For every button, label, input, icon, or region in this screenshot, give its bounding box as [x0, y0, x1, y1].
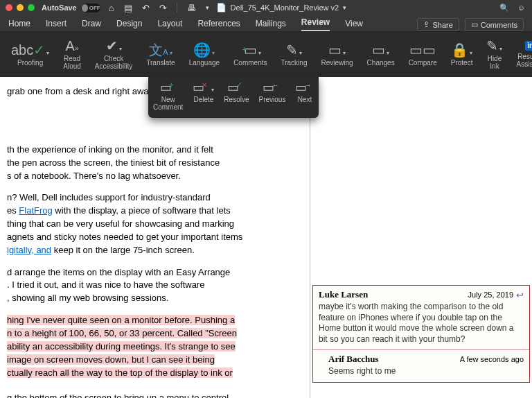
- submenu-resolve[interactable]: ▭✓ Resolve: [219, 80, 254, 105]
- reply-icon[interactable]: ↩: [516, 290, 524, 300]
- ribbon-read-aloud[interactable]: A» Read Aloud: [56, 32, 88, 77]
- save-icon[interactable]: ▤: [124, 3, 132, 13]
- spellcheck-icon: abc✓▾: [11, 43, 49, 57]
- ribbon-compare[interactable]: ▭▭ Compare: [402, 32, 444, 77]
- tab-mailings[interactable]: Mailings: [256, 19, 286, 31]
- share-label: Share: [432, 21, 452, 29]
- autosave-state: OFF: [89, 5, 100, 11]
- submenu-label: Delete: [193, 96, 213, 103]
- tab-view[interactable]: View: [345, 19, 363, 31]
- comments-panel-button[interactable]: ▭ Comments: [465, 18, 524, 31]
- submenu-label: New Comment: [153, 96, 183, 111]
- ribbon-hide-ink[interactable]: ✎▾ Hide Ink: [479, 32, 509, 77]
- ribbon-label: Resume Assistant: [516, 53, 532, 68]
- document-text: g the bottom of the screen to bring up a…: [7, 392, 303, 398]
- comment-item[interactable]: Luke Larsen July 25, 2019 ↩ maybe it's w…: [313, 286, 529, 350]
- resolve-comment-icon: ▭✓: [227, 81, 245, 94]
- traffic-lights: [6, 4, 35, 11]
- ribbon-language[interactable]: 🌐▾ Language: [182, 32, 227, 77]
- ribbon-label: Tracking: [281, 59, 307, 67]
- ribbon-label: Reviewing: [321, 59, 353, 67]
- switch-knob: [82, 4, 88, 12]
- ribbon-translate[interactable]: 文A▾ Translate: [139, 32, 181, 77]
- document-icon: 📄: [216, 3, 227, 12]
- autosave-switch[interactable]: OFF: [81, 3, 100, 12]
- previous-comment-icon: ▭←: [263, 81, 281, 94]
- ribbon-label: Protect: [451, 59, 473, 67]
- submenu-previous[interactable]: ▭← Previous: [254, 80, 291, 105]
- comment-body: Seems right to me: [328, 366, 524, 377]
- document-page[interactable]: grab one from a desk and right awa th th…: [0, 77, 310, 398]
- next-comment-icon: ▭→: [295, 81, 314, 94]
- ribbon-accessibility[interactable]: ✔▾ Check Accessibility: [88, 32, 139, 77]
- ribbon-reviewing[interactable]: ▭▾ Reviewing: [314, 32, 360, 77]
- close-window-button[interactable]: [6, 4, 12, 11]
- ribbon-label: Proofing: [17, 59, 43, 67]
- tabs-right-actions: ⇪ Share ▭ Comments: [417, 18, 524, 31]
- new-comment-icon: ▭+: [160, 81, 176, 94]
- changes-icon: ▭▾: [372, 43, 389, 57]
- account-icon[interactable]: ☺: [517, 3, 525, 12]
- submenu-delete[interactable]: ▭✕▾ Delete: [188, 80, 219, 105]
- share-button[interactable]: ⇪ Share: [417, 18, 459, 31]
- minimize-window-button[interactable]: [17, 4, 24, 11]
- ribbon-comments[interactable]: +▭▾ Comments: [227, 32, 274, 77]
- submenu-new-comment[interactable]: ▭+ New Comment: [148, 80, 188, 112]
- comment-reply-item[interactable]: Arif Bacchus A few seconds ago Seems rig…: [313, 350, 529, 382]
- comment-thread[interactable]: Luke Larsen July 25, 2019 ↩ maybe it's w…: [312, 285, 530, 383]
- ribbon-resume-assistant[interactable]: in Resume Assistant: [509, 32, 532, 77]
- reviewing-icon: ▭▾: [328, 43, 346, 57]
- document-area: grab one from a desk and right awa th th…: [0, 77, 532, 398]
- document-text: th the experience of inking on the monit…: [7, 144, 303, 183]
- submenu-label: Previous: [259, 96, 286, 103]
- tab-insert[interactable]: Insert: [46, 19, 66, 31]
- hyperlink[interactable]: igitally, and: [7, 245, 51, 255]
- ribbon-protect[interactable]: 🔒▾ Protect: [444, 32, 480, 77]
- share-icon: ⇪: [423, 20, 429, 29]
- search-icon[interactable]: 🔍: [499, 3, 509, 12]
- doc-dropdown-icon[interactable]: ▾: [343, 4, 346, 11]
- home-icon[interactable]: ⌂: [109, 3, 114, 13]
- protect-icon: 🔒▾: [451, 43, 472, 57]
- ribbon-label: Hide Ink: [486, 55, 502, 70]
- autosave-label: AutoSave: [42, 3, 77, 12]
- separator: [177, 3, 177, 12]
- tab-layout[interactable]: Layout: [157, 19, 182, 31]
- document-title[interactable]: 📄 Dell_75_4K_Monitor_Review v2 ▾: [216, 3, 347, 12]
- ribbon-tracking[interactable]: ✎▾ Tracking: [274, 32, 314, 77]
- tab-draw[interactable]: Draw: [82, 19, 101, 31]
- ribbon-changes[interactable]: ▭▾ Changes: [360, 32, 402, 77]
- macos-titlebar: AutoSave OFF ⌂ ▤ ↶ ↷ 🖶 ▾ 📄 Dell_75_4K_Mo…: [0, 0, 532, 15]
- comments-icon: +▭▾: [240, 43, 261, 57]
- qat-dropdown-icon[interactable]: ▾: [206, 4, 209, 11]
- tab-home[interactable]: Home: [8, 19, 30, 31]
- ribbon-label: Compare: [409, 59, 437, 67]
- ribbon-review: abc✓▾ Proofing A» Read Aloud ✔▾ Check Ac…: [0, 32, 532, 77]
- autosave-toggle[interactable]: AutoSave OFF: [42, 3, 100, 12]
- tab-review[interactable]: Review: [301, 17, 330, 31]
- comment-header: Luke Larsen July 25, 2019 ↩: [319, 289, 524, 300]
- submenu-next[interactable]: ▭→ Next: [290, 80, 319, 105]
- undo-icon[interactable]: ↶: [142, 3, 150, 13]
- translate-icon: 文A▾: [149, 43, 172, 57]
- linkedin-icon: in: [525, 41, 532, 51]
- highlighted-text: hing I've never quite seen on a monitor …: [7, 314, 303, 379]
- tracking-icon: ✎▾: [286, 43, 302, 57]
- ribbon-label: Check Accessibility: [95, 55, 132, 70]
- ribbon-label: Language: [189, 59, 220, 67]
- tab-references[interactable]: References: [197, 19, 240, 31]
- print-icon[interactable]: 🖶: [187, 3, 196, 13]
- titlebar-right: 🔍 ☺: [499, 3, 525, 12]
- zoom-window-button[interactable]: [28, 4, 35, 11]
- tab-design[interactable]: Design: [116, 19, 142, 31]
- ribbon-label: Translate: [146, 59, 175, 67]
- comment-header: Arif Bacchus A few seconds ago: [328, 354, 524, 365]
- comments-pane: Luke Larsen July 25, 2019 ↩ maybe it's w…: [310, 77, 532, 398]
- ribbon-proofing[interactable]: abc✓▾ Proofing: [4, 32, 56, 77]
- document-text: n? Well, Dell includes support for indus…: [7, 191, 303, 257]
- comment-icon: ▭: [471, 20, 478, 29]
- language-icon: 🌐▾: [193, 43, 215, 57]
- compare-icon: ▭▭: [409, 43, 436, 57]
- redo-icon[interactable]: ↷: [159, 3, 167, 13]
- hyperlink[interactable]: FlatFrog: [19, 205, 52, 216]
